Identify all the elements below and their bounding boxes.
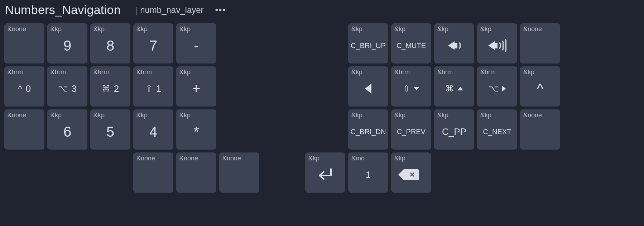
key[interactable]: &mo 1 xyxy=(348,152,388,193)
key[interactable]: &none xyxy=(176,152,216,193)
key[interactable]: &kp C_BRI_UP xyxy=(348,23,388,63)
key-label: C_BRI_DN xyxy=(351,128,386,136)
key[interactable]: &none xyxy=(4,23,44,63)
key[interactable]: &kp C_MUTE xyxy=(391,23,431,63)
volume-down-icon xyxy=(448,41,461,50)
arrow-down-icon xyxy=(414,87,419,90)
key-label: * xyxy=(193,124,199,140)
key-label: 1 xyxy=(366,169,371,180)
key-label: ^ xyxy=(537,81,544,97)
key-label: 6 xyxy=(63,124,71,140)
key[interactable]: &hrm ^0 xyxy=(4,66,44,107)
layer-menu-button[interactable]: ••• xyxy=(215,5,226,15)
key[interactable]: &hrm ⇧ xyxy=(391,66,431,107)
key[interactable]: &kp xyxy=(305,152,345,193)
key[interactable]: &none xyxy=(4,109,44,150)
key-label: 8 xyxy=(106,38,114,54)
modifier-symbol: ⇧ xyxy=(403,84,410,94)
key-label: 5 xyxy=(106,124,114,140)
key-label: C_PREV xyxy=(397,128,426,136)
layer-title: Numbers_Navigation xyxy=(5,3,121,17)
key-label: C_MUTE xyxy=(397,42,426,50)
key[interactable]: &kp * xyxy=(176,109,216,150)
key-label: 7 xyxy=(149,38,157,54)
key-param: 0 xyxy=(25,83,30,94)
key[interactable]: &kp C_NEXT xyxy=(477,109,517,150)
key[interactable]: &kp ✕ xyxy=(391,152,431,193)
arrow-up-icon xyxy=(457,87,463,90)
enter-icon xyxy=(317,168,334,182)
key[interactable]: &kp - xyxy=(176,23,216,63)
key[interactable]: &hrm ⌘2 xyxy=(90,66,130,107)
key-label: 9 xyxy=(63,38,71,54)
modifier-symbol: ⇧ xyxy=(145,84,153,94)
key-label: C_NEXT xyxy=(483,128,511,136)
key-label: - xyxy=(194,38,198,54)
key[interactable]: &none xyxy=(520,23,560,63)
key[interactable]: &kp 9 xyxy=(47,23,87,63)
layer-identifier: |numb_nav_layer xyxy=(136,5,204,15)
key-param: 1 xyxy=(156,83,161,94)
key[interactable]: &kp ^ xyxy=(520,66,560,107)
modifier-symbol: ⌘ xyxy=(102,84,110,94)
keymap-board: &none &kp 9 &kp 8 &kp 7 &kp - &kp C_BRI_… xyxy=(4,23,640,217)
key[interactable]: &hrm ⌥3 xyxy=(47,66,87,107)
key[interactable]: &none xyxy=(133,152,173,193)
key-label: 4 xyxy=(149,124,157,140)
modifier-symbol: ⌥ xyxy=(489,84,499,94)
key-param: 2 xyxy=(114,83,119,94)
key[interactable]: &hrm ⌘ xyxy=(434,66,474,107)
arrow-right-icon xyxy=(502,86,506,91)
key-label: C_BRI_UP xyxy=(351,42,386,50)
modifier-symbol: ⌥ xyxy=(58,84,68,94)
volume-up-icon xyxy=(488,39,506,52)
key[interactable]: &kp C_PREV xyxy=(391,109,431,150)
key[interactable]: &kp + xyxy=(176,66,216,107)
key[interactable]: &kp 4 xyxy=(133,109,173,150)
key[interactable]: &kp 8 xyxy=(90,23,130,63)
key[interactable]: &none xyxy=(219,152,259,193)
key[interactable]: &kp 7 xyxy=(133,23,173,63)
key[interactable]: &kp C_PP xyxy=(434,109,474,150)
key-label: C_PP xyxy=(442,126,466,137)
key[interactable]: &kp 6 xyxy=(47,109,87,150)
modifier-symbol: ^ xyxy=(18,84,22,94)
key[interactable]: &hrm ⇧1 xyxy=(133,66,173,107)
key[interactable]: &kp xyxy=(434,23,474,63)
key[interactable]: &kp C_BRI_DN xyxy=(348,109,388,150)
key-param: 3 xyxy=(72,83,77,94)
arrow-left-icon xyxy=(365,84,371,94)
key[interactable]: &none xyxy=(520,109,560,150)
backspace-icon: ✕ xyxy=(403,169,419,180)
key[interactable]: &kp 5 xyxy=(90,109,130,150)
key[interactable]: &hrm ⌥ xyxy=(477,66,517,107)
key-label: + xyxy=(192,81,200,97)
key[interactable]: &kp xyxy=(477,23,517,63)
modifier-symbol: ⌘ xyxy=(445,84,454,94)
key[interactable]: &kp xyxy=(348,66,388,107)
